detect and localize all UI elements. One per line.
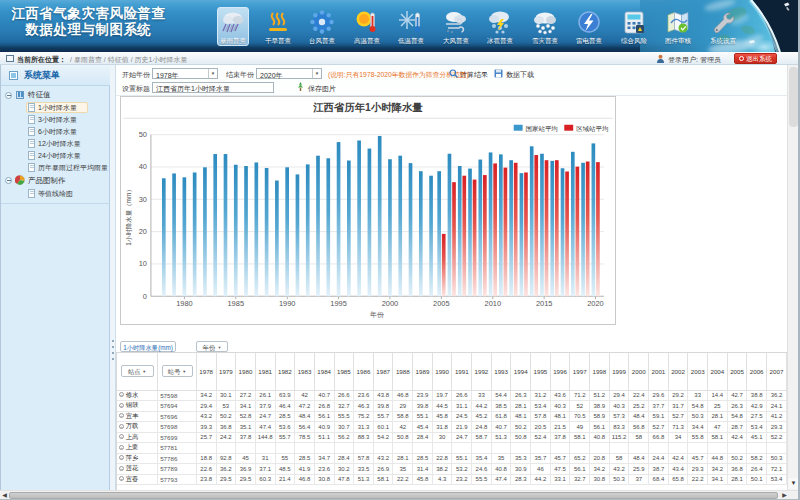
svg-text:2005: 2005 — [433, 299, 450, 308]
svg-text:1990: 1990 — [279, 299, 296, 308]
svg-text:1小时降水量（mm）: 1小时降水量（mm） — [125, 186, 133, 245]
svg-text:40: 40 — [139, 162, 147, 171]
svg-text:1985: 1985 — [228, 299, 245, 308]
svg-text:年份: 年份 — [370, 311, 384, 319]
svg-text:30: 30 — [139, 195, 147, 204]
svg-text:50: 50 — [139, 130, 147, 139]
svg-text:0: 0 — [143, 292, 147, 301]
svg-text:10: 10 — [139, 259, 147, 268]
svg-text:区域站平均: 区域站平均 — [576, 125, 608, 132]
svg-text:国家站平均: 国家站平均 — [526, 125, 558, 133]
svg-text:20: 20 — [139, 227, 147, 236]
svg-text:2020: 2020 — [587, 299, 604, 308]
svg-text:江西省历年1小时降水量: 江西省历年1小时降水量 — [312, 101, 423, 113]
svg-text:2000: 2000 — [382, 299, 399, 308]
svg-text:1995: 1995 — [330, 299, 347, 308]
svg-text:1980: 1980 — [176, 299, 193, 308]
svg-text:2015: 2015 — [536, 299, 553, 308]
svg-text:2010: 2010 — [485, 299, 502, 308]
